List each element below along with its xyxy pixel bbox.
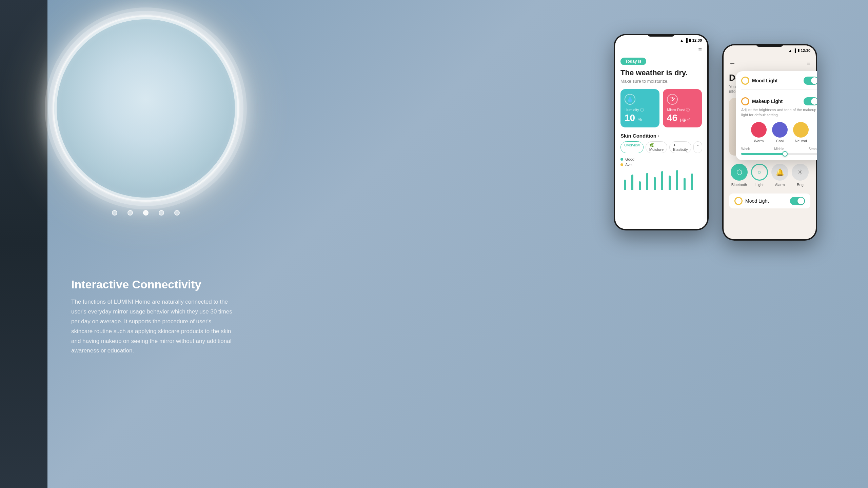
bluetooth-item[interactable]: ⬡ Bluetooth [731,164,748,187]
warm-option[interactable]: Warm [751,122,767,143]
phone1-content: ≡ Today is The weather is dry. Make sure… [615,44,707,195]
popup-mood-icon [741,77,749,85]
legend-good-label: Good [625,157,634,161]
skin-arrow[interactable]: › [658,134,659,138]
mirror-glow [53,15,239,202]
cool-option[interactable]: Cool [772,122,788,143]
slider-label-week: Week [741,147,750,151]
neutral-dot [793,122,809,138]
humidity-icon: 💧 [625,94,635,105]
slider-thumb[interactable] [782,151,788,157]
alarm-label: Alarm [775,183,785,187]
tab-moisture[interactable]: 🌿 Moisture [646,141,667,153]
dust-icon: 🌫 [667,94,678,105]
tab-more[interactable]: • [693,141,702,153]
light-icon: ○ [751,164,768,181]
header-menu[interactable]: ≡ [807,60,810,67]
mood-light-label: Mood Light [745,198,769,204]
cool-dot [772,122,788,138]
legend-ave-label: Ave. [625,163,633,167]
makeup-subtitle: Adjust the brightness and tone of the ma… [741,107,817,118]
light-label: Light [755,183,764,187]
bar-1 [624,180,626,190]
mood-light-row: Mood Light [729,194,810,208]
slider-label-middle: Middle [774,147,784,151]
text-section: Interactive Connectivity The functions o… [71,278,234,356]
dot-2[interactable] [127,210,133,216]
humidity-unit: % [638,117,642,122]
wifi-icon-2: ▲ [788,48,792,53]
skin-chart [620,169,702,190]
phones-area: ▲ ▐ ▮ 12:30 ≡ Today is The weather is dr… [614,34,817,241]
time-1: 12:30 [692,38,702,42]
humidity-card: 💧 Humidity ⓘ 10 % [620,89,659,127]
brightness-item[interactable]: ☀ Brig [792,164,809,187]
chart-legend: Good Ave. [620,157,702,167]
makeup-header: Makeup Light [741,97,817,105]
slider-track[interactable] [741,153,817,155]
status-bar-1: ▲ ▐ ▮ 12:30 [615,35,707,44]
color-options: Warm Cool Neutral [741,122,817,143]
makeup-section: Makeup Light Adjust the brightness and t… [741,95,817,155]
metric-cards: 💧 Humidity ⓘ 10 % 🌫 Micro Dust ⓘ 46 μg/㎥ [620,89,702,127]
popup-mood-row: Mood Light [741,77,817,90]
dot-5[interactable] [174,210,180,216]
bluetooth-icon: ⬡ [731,164,748,181]
makeup-icon [741,97,749,105]
cool-label: Cool [776,139,784,143]
mood-light-icon [734,197,743,205]
makeup-label-row: Makeup Light [741,97,783,105]
popup-mood-label: Mood Light [741,77,777,85]
status-icons-1: ▲ ▐ ▮ 12:30 [680,38,702,42]
neutral-option[interactable]: Neutral [793,122,809,143]
skin-condition-title: Skin Condition › [620,133,702,139]
phone-2: ▲ ▐ ▮ 12:30 ← ≡ Device Setting You can o… [722,44,817,241]
humidity-value: 10 % [625,113,655,123]
weather-title: The weather is dry. [620,68,702,77]
bar-8 [676,170,678,190]
humidity-label: Humidity ⓘ [625,107,655,113]
feature-icons-row: ⬡ Bluetooth ○ Light 🔔 Alarm ☀ Brig [724,161,816,189]
popup-mood-toggle[interactable] [804,77,817,85]
dot-3[interactable] [143,210,149,216]
mirror-circle [54,17,237,200]
dust-label: Micro Dust ⓘ [667,107,698,113]
mood-light-toggle[interactable] [790,197,805,205]
status-icons-2: ▲ ▐ ▮ 12:30 [788,48,810,53]
bar-9 [684,178,686,190]
bar-3 [639,181,641,190]
bar-6 [661,171,663,190]
tab-elasticity[interactable]: ✦ Elasticity [669,141,691,153]
light-item[interactable]: ○ Light [751,164,768,187]
phone-1-screen: ▲ ▐ ▮ 12:30 ≡ Today is The weather is dr… [615,35,707,229]
signal-icon-2: ▐ [793,48,796,53]
legend-ave: Ave. [620,163,702,167]
bar-4 [646,173,648,190]
dot-1[interactable] [112,210,117,216]
slider-fill [741,153,784,155]
dot-4[interactable] [159,210,164,216]
bluetooth-label: Bluetooth [731,183,747,187]
left-panel [0,0,47,488]
signal-icon: ▐ [685,38,688,42]
battery-icon: ▮ [689,38,691,42]
alarm-item[interactable]: 🔔 Alarm [771,164,788,187]
weather-subtitle: Make sure to moisturize. [620,79,702,84]
mood-light-left: Mood Light [734,197,769,205]
popup-mood-knob [811,77,817,84]
brightness-label: Brig [797,183,804,187]
makeup-toggle[interactable] [804,97,817,105]
slider-label-strong: Strong [809,147,817,151]
tab-overview[interactable]: Overview [620,141,644,153]
makeup-title: Makeup Light [752,99,783,104]
bar-7 [669,176,671,190]
brightness-slider-section: Week Middle Strong [741,147,817,155]
phone-1: ▲ ▐ ▮ 12:30 ≡ Today is The weather is dr… [614,34,709,230]
today-badge: Today is [620,58,646,65]
hamburger-menu[interactable]: ≡ [620,46,702,54]
legend-dot-good [620,158,623,161]
back-button[interactable]: ← [729,59,736,67]
dust-unit: μg/㎥ [680,117,691,122]
dust-card: 🌫 Micro Dust ⓘ 46 μg/㎥ [663,89,702,127]
warm-label: Warm [754,139,764,143]
